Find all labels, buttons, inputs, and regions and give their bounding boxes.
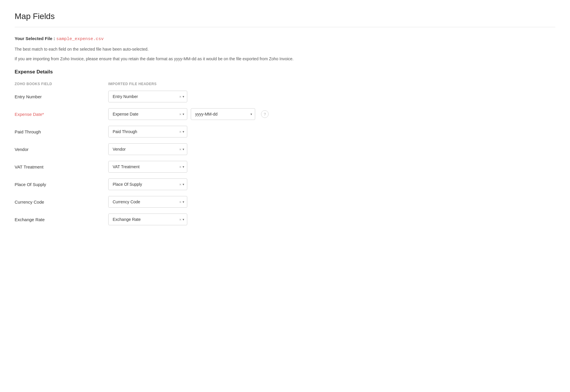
field-row-exchange-rate: Exchange Rate Exchange Rate × ▾ (15, 214, 555, 225)
help-icon[interactable]: ? (261, 110, 269, 118)
file-label: Your Selected File : (15, 36, 55, 41)
select-wrapper-paid-through: Paid Through × ▾ (108, 126, 187, 137)
field-row-vat-treatment: VAT Treatment VAT Treatment × ▾ (15, 161, 555, 173)
section-divider (15, 27, 555, 27)
field-controls-vat-treatment: VAT Treatment × ▾ (108, 161, 187, 173)
file-info: Your Selected File : sample_expense.csv (15, 36, 555, 42)
page-title: Map Fields (15, 12, 555, 21)
select-wrapper-currency-code: Currency Code × ▾ (108, 196, 187, 208)
field-select-paid-through[interactable]: Paid Through (108, 126, 187, 137)
field-select-place-of-supply[interactable]: Place Of Supply (108, 178, 187, 190)
field-controls-place-of-supply: Place Of Supply × ▾ (108, 178, 187, 190)
info-text-2: If you are importing from Zoho Invoice, … (15, 56, 555, 62)
field-select-expense-date[interactable]: Expense Date (108, 108, 187, 120)
field-select-vat-treatment[interactable]: VAT Treatment (108, 161, 187, 173)
field-row-entry-number: Entry Number Entry Number × ▾ (15, 91, 555, 102)
field-label-currency-code: Currency Code (15, 197, 108, 207)
select-wrapper-vat-treatment: VAT Treatment × ▾ (108, 161, 187, 173)
field-row-vendor: Vendor Vendor × ▾ (15, 143, 555, 155)
date-format-select[interactable]: yyyy-MM-dd (191, 108, 255, 120)
field-label-expense-date: Expense Date* (15, 109, 108, 119)
field-row-paid-through: Paid Through Paid Through × ▾ (15, 126, 555, 137)
field-controls-expense-date: Expense Date × ▾ yyyy-MM-dd ▾ ? (108, 108, 269, 120)
select-wrapper-exchange-rate: Exchange Rate × ▾ (108, 214, 187, 225)
field-label-paid-through: Paid Through (15, 127, 108, 137)
field-controls-exchange-rate: Exchange Rate × ▾ (108, 214, 187, 225)
field-select-exchange-rate[interactable]: Exchange Rate (108, 214, 187, 225)
column-headers: ZOHO BOOKS FIELD IMPORTED FILE HEADERS (15, 82, 555, 86)
info-text-1: The best match to each field on the sele… (15, 46, 555, 52)
select-wrapper-place-of-supply: Place Of Supply × ▾ (108, 178, 187, 190)
field-label-vendor: Vendor (15, 145, 108, 154)
field-select-vendor[interactable]: Vendor (108, 143, 187, 155)
select-wrapper-vendor: Vendor × ▾ (108, 143, 187, 155)
date-format-wrapper: yyyy-MM-dd ▾ (191, 108, 255, 120)
field-controls-paid-through: Paid Through × ▾ (108, 126, 187, 137)
select-wrapper-entry-number: Entry Number × ▾ (108, 91, 187, 102)
field-row-currency-code: Currency Code Currency Code × ▾ (15, 196, 555, 208)
field-select-entry-number[interactable]: Entry Number (108, 91, 187, 102)
field-controls-currency-code: Currency Code × ▾ (108, 196, 187, 208)
field-select-currency-code[interactable]: Currency Code (108, 196, 187, 208)
col-header-field: ZOHO BOOKS FIELD (15, 82, 108, 86)
file-name: sample_expense.csv (56, 37, 104, 42)
field-row-place-of-supply: Place Of Supply Place Of Supply × ▾ (15, 178, 555, 190)
field-controls-entry-number: Entry Number × ▾ (108, 91, 187, 102)
field-label-place-of-supply: Place Of Supply (15, 180, 108, 189)
section-title: Expense Details (15, 69, 555, 75)
col-header-imported: IMPORTED FILE HEADERS (108, 82, 196, 86)
field-label-exchange-rate: Exchange Rate (15, 215, 108, 224)
field-controls-vendor: Vendor × ▾ (108, 143, 187, 155)
select-wrapper-expense-date: Expense Date × ▾ (108, 108, 187, 120)
field-label-vat-treatment: VAT Treatment (15, 162, 108, 172)
field-row-expense-date: Expense Date* Expense Date × ▾ yyyy-MM-d… (15, 108, 555, 120)
field-label-entry-number: Entry Number (15, 92, 108, 102)
